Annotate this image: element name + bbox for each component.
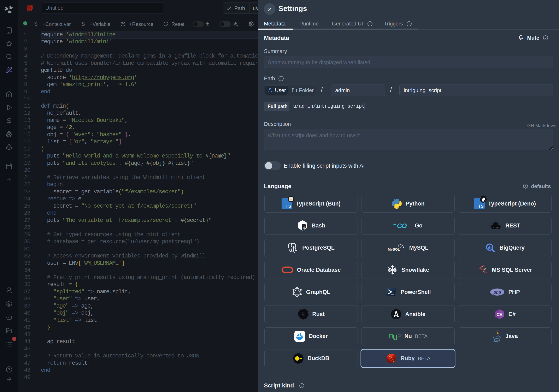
- svg-text:Java: Java: [493, 339, 500, 342]
- svg-text:$: $: [303, 226, 305, 230]
- svg-text:TS: TS: [286, 204, 291, 209]
- svg-text:R: R: [301, 311, 305, 317]
- svg-text:MySQL: MySQL: [388, 247, 400, 251]
- svg-text:php: php: [493, 290, 501, 294]
- svg-text:HTTP: HTTP: [493, 227, 499, 229]
- svg-text:C#: C#: [496, 312, 502, 317]
- svg-text:TS: TS: [478, 204, 484, 209]
- svg-text:GO: GO: [397, 222, 407, 229]
